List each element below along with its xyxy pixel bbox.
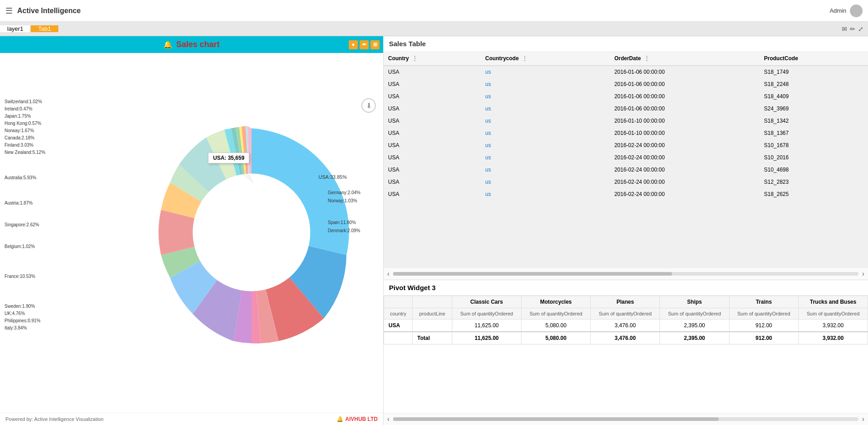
sales-table-wrapper[interactable]: Country ⋮ Countrycode ⋮ OrderDate ⋮ Prod… <box>384 52 868 267</box>
label-denmark: Denmark:2.09% <box>328 227 360 235</box>
hamburger-menu[interactable]: ☰ <box>5 6 13 16</box>
label-australia: Australia:5.93% <box>5 174 45 181</box>
pivot-scroll-right[interactable]: › <box>862 415 864 423</box>
cell-countrycode: us <box>481 152 610 164</box>
pivot-cell-value: 3,476.00 <box>591 320 660 332</box>
cell-country: USA <box>384 91 481 103</box>
tab-tab1[interactable]: Tab1 <box>31 25 58 32</box>
label-norway: Norway:1.67% <box>5 127 45 134</box>
edit-icon[interactable]: ✏ <box>850 25 855 33</box>
cell-orderdate: 2016-02-24 00:00:00 <box>610 152 759 164</box>
pivot-data-row: USA11,625.005,080.003,476.002,395.00912.… <box>384 320 868 332</box>
pivot-nav: ‹ › <box>384 413 868 425</box>
tab-layer1[interactable]: layer1 <box>0 25 31 32</box>
chart-footer: Powered by: Active Intelligence Visualiz… <box>0 413 383 425</box>
powered-by: Powered by: Active Intelligence Visualiz… <box>5 416 104 422</box>
cell-orderdate: 2016-01-06 00:00:00 <box>610 103 759 115</box>
cell-countrycode: us <box>481 176 610 188</box>
mail-icon[interactable]: ✉ <box>842 25 847 33</box>
pivot-sub-trucks: Sum of quantityOrdered <box>798 308 868 320</box>
cell-countrycode: us <box>481 115 610 127</box>
cell-country: USA <box>384 78 481 91</box>
countrycode-menu[interactable]: ⋮ <box>522 55 527 62</box>
table-row: USA us 2016-02-24 00:00:00 S12_2823 <box>384 176 868 188</box>
table-row: USA us 2016-01-06 00:00:00 S18_4409 <box>384 91 868 103</box>
logo-text: AIVHUB LTD <box>345 416 378 422</box>
label-singapore: Singapore:2.62% <box>5 221 45 229</box>
pivot-total-value: 2,395.00 <box>660 332 729 344</box>
pivot-th-trucks: Trucks and Buses <box>798 296 868 308</box>
pivot-th-empty2 <box>413 296 452 308</box>
pivot-table: Classic Cars Motorcycles Planes Ships Tr… <box>384 296 868 344</box>
cell-productcode: S18_1367 <box>759 127 868 139</box>
table-scroll-left[interactable]: ‹ <box>387 270 389 278</box>
label-france: France:10.53% <box>5 273 45 280</box>
cell-productcode: S10_4698 <box>759 164 868 176</box>
usa-percentage: USA:33.85% <box>318 174 347 180</box>
cell-orderdate: 2016-01-10 00:00:00 <box>610 115 759 127</box>
chart-labels-left: Switzerland:1.02% Ireland:0.47% Japan:1.… <box>5 98 45 332</box>
cell-productcode: S12_2823 <box>759 176 868 188</box>
sales-table-section: Sales Table Country ⋮ Countrycode ⋮ Orde… <box>384 36 868 280</box>
label-newzealand: New Zealand:5.12% <box>5 149 45 156</box>
label-ireland: Ireland:0.47% <box>5 105 45 113</box>
pivot-cell-country: USA <box>384 320 413 332</box>
pivot-cell-value: 3,932.00 <box>798 320 868 332</box>
pivot-sub-classic: Sum of quantityOrdered <box>452 308 521 320</box>
orderdate-menu[interactable]: ⋮ <box>644 55 650 62</box>
pivot-scroll-left[interactable]: ‹ <box>387 415 389 423</box>
pivot-table-wrapper[interactable]: Classic Cars Motorcycles Planes Ships Tr… <box>384 296 868 413</box>
logo-icon: 🔔 <box>337 416 343 422</box>
pivot-total-label: Total <box>413 332 452 344</box>
cell-countrycode: us <box>481 164 610 176</box>
pivot-th-empty1 <box>384 296 413 308</box>
filter-icon[interactable]: ▼ <box>349 40 358 49</box>
pivot-th-trains: Trains <box>729 296 798 308</box>
cell-productcode: S18_1342 <box>759 115 868 127</box>
cell-countrycode: us <box>481 103 610 115</box>
country-menu[interactable]: ⋮ <box>412 55 417 62</box>
cell-productcode: S18_2625 <box>759 188 868 201</box>
pivot-sub-country: country <box>384 308 413 320</box>
aivhub-logo: 🔔 AIVHUB LTD <box>337 416 378 422</box>
pivot-cell-value: 5,080.00 <box>521 320 590 332</box>
label-sweden: Sweden:1.90% <box>5 303 45 310</box>
pivot-th-classic-cars: Classic Cars <box>452 296 521 308</box>
label-japan: Japan:1.75% <box>5 113 45 120</box>
chart-bell-icon: 🔔 <box>163 40 172 49</box>
cell-country: USA <box>384 188 481 201</box>
table-row: USA us 2016-01-06 00:00:00 S18_2248 <box>384 78 868 91</box>
table-scroll-right[interactable]: › <box>862 270 864 278</box>
cell-productcode: S10_2016 <box>759 152 868 164</box>
table-row: USA us 2016-01-10 00:00:00 S18_1367 <box>384 127 868 139</box>
pencil-icon[interactable]: ✏ <box>360 40 369 49</box>
pivot-total-value: 912.00 <box>729 332 798 344</box>
table-nav: ‹ › <box>384 267 868 280</box>
app-title: Active Intelligence <box>17 7 81 15</box>
right-panel: Sales Table Country ⋮ Countrycode ⋮ Orde… <box>384 36 868 425</box>
admin-label: Admin <box>830 7 846 14</box>
pivot-total-value: 3,476.00 <box>591 332 660 344</box>
cell-country: USA <box>384 164 481 176</box>
cell-orderdate: 2016-02-24 00:00:00 <box>610 139 759 152</box>
pivot-sub-moto: Sum of quantityOrdered <box>521 308 590 320</box>
cell-country: USA <box>384 127 481 139</box>
cell-country: USA <box>384 139 481 152</box>
pivot-total-value: 11,625.00 <box>452 332 521 344</box>
expand-icon[interactable]: ⤢ <box>858 25 863 33</box>
label-belgium: Belgium:1.02% <box>5 243 45 250</box>
table-row: USA us 2016-02-24 00:00:00 S10_4698 <box>384 164 868 176</box>
cell-countrycode: us <box>481 66 610 78</box>
pivot-th-motorcycles: Motorcycles <box>521 296 590 308</box>
pivot-th-planes: Planes <box>591 296 660 308</box>
download-button[interactable]: ⬇ <box>361 98 376 113</box>
cell-orderdate: 2016-01-06 00:00:00 <box>610 66 759 78</box>
pivot-cell-value: 2,395.00 <box>660 320 729 332</box>
label-norway-right: Norway:1.03% <box>328 197 360 205</box>
donut-chart <box>152 101 351 365</box>
pivot-sub-ships: Sum of quantityOrdered <box>660 308 729 320</box>
pivot-cell-value: 11,625.00 <box>452 320 521 332</box>
settings-icon[interactable]: ⊞ <box>370 40 379 49</box>
chart-labels-right: Germany:2.04% Norway:1.03% Spain:11.80% … <box>328 189 360 235</box>
cell-orderdate: 2016-01-06 00:00:00 <box>610 78 759 91</box>
